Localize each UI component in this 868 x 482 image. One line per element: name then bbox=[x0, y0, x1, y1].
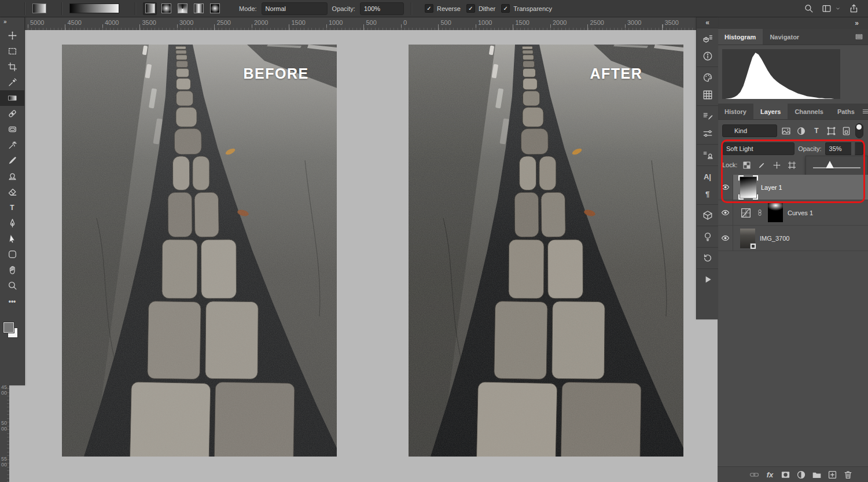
radial-gradient-button[interactable] bbox=[159, 2, 173, 15]
opacity-select[interactable]: 100% bbox=[360, 2, 404, 15]
magic-wand-tool-button[interactable] bbox=[0, 137, 24, 153]
tab-histogram[interactable]: Histogram bbox=[718, 29, 763, 45]
tab-navigator[interactable]: Navigator bbox=[763, 29, 806, 45]
tab-paths[interactable]: Paths bbox=[830, 104, 862, 119]
link-layers-icon[interactable] bbox=[749, 470, 759, 480]
reverse-checkbox[interactable]: ✓Reverse bbox=[425, 4, 461, 13]
lock-position-icon[interactable] bbox=[773, 161, 781, 170]
layer-row-curves-1[interactable]: Curves 1 bbox=[718, 200, 868, 226]
filter-pixel-icon[interactable] bbox=[781, 126, 791, 136]
brush-presets-panel-button[interactable] bbox=[697, 125, 718, 142]
layer-thumbnail[interactable] bbox=[740, 229, 755, 248]
type-tool-button[interactable]: T bbox=[0, 200, 24, 215]
character-panel-button[interactable]: A| bbox=[697, 168, 718, 185]
new-group-icon[interactable] bbox=[812, 470, 822, 480]
tools-panel-expand[interactable]: » bbox=[0, 17, 24, 28]
layers-opacity-dropdown-button[interactable] bbox=[855, 142, 863, 155]
transparency-checkbox[interactable]: ✓Transparency bbox=[501, 4, 552, 13]
screen-mode-button[interactable] bbox=[0, 355, 24, 370]
brush-settings-panel-button[interactable] bbox=[697, 108, 718, 125]
layer-visibility-toggle[interactable] bbox=[718, 200, 733, 225]
opacity-slider-thumb[interactable] bbox=[826, 161, 834, 168]
gradient-tool-button[interactable] bbox=[0, 90, 24, 106]
canvas-area[interactable]: BEFORE AFTER bbox=[9, 30, 718, 482]
swatches-panel-button[interactable] bbox=[697, 86, 718, 104]
layer-row-layer-1[interactable]: Layer 1 bbox=[718, 175, 868, 200]
workspace-switcher-icon[interactable] bbox=[822, 3, 832, 13]
eraser-tool-button[interactable] bbox=[0, 184, 24, 200]
new-layer-icon[interactable] bbox=[827, 470, 837, 480]
after-image[interactable]: AFTER bbox=[409, 45, 683, 457]
layers-opacity-field[interactable]: 35% bbox=[825, 142, 851, 155]
tab-channels[interactable]: Channels bbox=[788, 104, 830, 119]
patch-tool-button[interactable] bbox=[0, 122, 24, 137]
diamond-gradient-button[interactable] bbox=[208, 2, 222, 15]
quick-mask-button[interactable] bbox=[0, 339, 24, 355]
before-image[interactable]: BEFORE bbox=[62, 45, 337, 457]
search-icon[interactable] bbox=[804, 3, 814, 13]
actions-panel-button[interactable] bbox=[697, 271, 718, 288]
learn-panel-button[interactable] bbox=[697, 228, 718, 245]
layer-thumbnail[interactable] bbox=[740, 177, 756, 198]
libraries-panel-button[interactable] bbox=[697, 30, 718, 47]
clone-source-panel-button[interactable] bbox=[697, 146, 718, 164]
lock-artboard-icon[interactable] bbox=[788, 161, 796, 170]
layer-visibility-toggle[interactable] bbox=[718, 175, 733, 200]
move-tool-button[interactable] bbox=[0, 28, 24, 43]
healing-tool-button[interactable] bbox=[0, 106, 24, 122]
clone-stamp-tool-button[interactable] bbox=[0, 168, 24, 184]
color-swatches[interactable] bbox=[0, 321, 24, 339]
filter-toggle-switch[interactable] bbox=[855, 123, 863, 138]
angle-gradient-button[interactable] bbox=[175, 2, 189, 15]
history-panel-panel-button[interactable] bbox=[697, 249, 718, 267]
color-panel-button[interactable] bbox=[697, 69, 718, 86]
kind-filter-select[interactable]: Kind bbox=[722, 124, 777, 137]
layer-visibility-toggle[interactable] bbox=[718, 226, 733, 251]
threed-panel-button[interactable] bbox=[697, 207, 718, 224]
info-panel-button[interactable] bbox=[697, 47, 718, 65]
horizontal-ruler[interactable]: 5000450040003500300025002000150010005000… bbox=[9, 17, 696, 31]
curves-thumb-icon[interactable] bbox=[740, 208, 752, 218]
lock-paint-icon[interactable] bbox=[757, 161, 766, 170]
crop-tool-button[interactable] bbox=[0, 59, 24, 75]
share-icon[interactable] bbox=[849, 3, 859, 13]
shape-tool-button[interactable] bbox=[0, 246, 24, 262]
filter-adjustment-icon[interactable] bbox=[796, 126, 806, 136]
zoom-tool-button[interactable] bbox=[0, 278, 24, 293]
panel-menu-button[interactable] bbox=[855, 29, 868, 45]
blend-mode-select[interactable]: Soft Light bbox=[722, 142, 795, 155]
warning-icon[interactable] bbox=[827, 53, 836, 61]
delete-layer-icon[interactable] bbox=[843, 470, 853, 480]
layer-effects-icon[interactable]: fx bbox=[765, 470, 775, 480]
layer-row-img-3700[interactable]: IMG_3700 bbox=[718, 226, 868, 251]
panel-menu-button[interactable] bbox=[862, 104, 868, 119]
default-swap-colors[interactable] bbox=[0, 309, 24, 321]
brush-tool-button[interactable] bbox=[0, 153, 24, 168]
more-tools-button[interactable]: ••• bbox=[0, 293, 24, 309]
home-icon[interactable] bbox=[7, 3, 17, 14]
reflected-gradient-button[interactable] bbox=[192, 2, 205, 15]
marquee-tool-button[interactable] bbox=[0, 43, 24, 59]
opacity-slider-track[interactable] bbox=[813, 167, 860, 168]
pen-tool-button[interactable] bbox=[0, 215, 24, 231]
filter-shape-icon[interactable] bbox=[826, 126, 836, 136]
tab-history[interactable]: History bbox=[718, 104, 753, 119]
add-mask-icon[interactable] bbox=[781, 470, 790, 480]
dither-checkbox[interactable]: ✓Dither bbox=[466, 4, 495, 13]
mode-select[interactable]: Normal bbox=[262, 2, 328, 15]
collapse-panels-button[interactable]: « bbox=[697, 17, 718, 28]
foreground-color-swatch[interactable] bbox=[3, 322, 14, 333]
lock-transparency-icon[interactable] bbox=[742, 161, 751, 170]
layer-mask-thumbnail[interactable] bbox=[768, 203, 783, 222]
filter-smartobject-icon[interactable] bbox=[841, 126, 851, 136]
filter-type-icon[interactable]: T bbox=[811, 126, 821, 136]
linear-gradient-button[interactable] bbox=[143, 2, 157, 15]
tab-layers[interactable]: Layers bbox=[753, 104, 788, 119]
expand-panels-button[interactable]: » bbox=[718, 17, 868, 29]
hand-tool-button[interactable] bbox=[0, 262, 24, 278]
paragraph-panel-button[interactable]: ¶ bbox=[697, 185, 718, 203]
tool-preset-picker[interactable] bbox=[32, 3, 54, 13]
eyedropper-tool-button[interactable] bbox=[0, 75, 24, 90]
gradient-editor-button[interactable] bbox=[69, 3, 128, 13]
add-adjustment-icon[interactable] bbox=[796, 470, 806, 480]
